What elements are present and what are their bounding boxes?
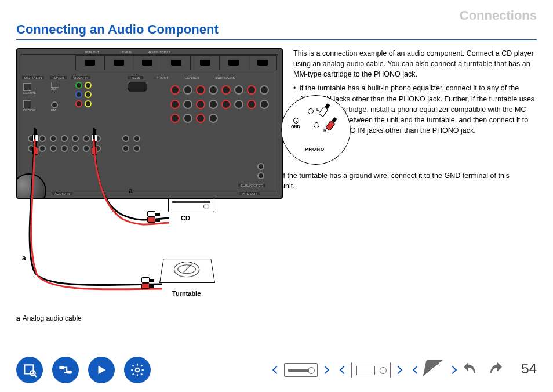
digital-in-label: DIGITAL IN (22, 76, 44, 79)
breadcrumb: Connections (460, 8, 537, 23)
audio-in-label: AUDIO IN (52, 192, 72, 195)
phono-detail-illustration: L R GND PHONO (281, 95, 351, 165)
device-tuner-icon[interactable] (351, 362, 391, 378)
turntable-label: Turntable (172, 290, 201, 297)
connections-icon[interactable] (52, 357, 79, 383)
optical-jack (23, 100, 31, 108)
video-in-label: VIDEO IN (71, 76, 90, 79)
ground-wire-note: If the turntable has a ground wire, conn… (281, 170, 525, 191)
svg-point-0 (30, 371, 35, 376)
svg-rect-2 (67, 371, 72, 373)
device-receiver-icon[interactable] (284, 363, 318, 377)
cable-legend: aAnalog audio cable (16, 314, 82, 322)
page-title: Connecting an Audio Component (16, 22, 537, 40)
redo-icon[interactable] (488, 361, 507, 379)
settings-icon[interactable] (124, 357, 151, 383)
next-device-icon[interactable] (394, 366, 402, 374)
intro-text: This is a connection example of an audio… (293, 48, 537, 79)
page-number: 54 (521, 361, 537, 377)
rs232-port (128, 82, 147, 92)
hdcp-label: 4K HD/HDCP 2.2 (143, 50, 176, 54)
undo-icon[interactable] (459, 361, 478, 379)
svg-rect-1 (59, 366, 64, 369)
hdmi-in-label: HDMI IN (109, 50, 143, 54)
prev-device-icon[interactable] (272, 366, 281, 374)
manual-icon[interactable] (16, 357, 43, 383)
prev-device-icon[interactable] (413, 366, 421, 374)
speaker-terminals (167, 82, 277, 128)
svg-point-3 (136, 368, 140, 372)
next-device-icon[interactable] (321, 366, 329, 374)
cd-label: CD (181, 215, 190, 222)
device-remote-icon[interactable] (422, 360, 447, 380)
hdmi-out-label: HDMI OUT (75, 50, 109, 54)
play-icon[interactable] (88, 357, 115, 383)
tuner-label: TUNER (50, 76, 67, 79)
prev-device-icon[interactable] (340, 366, 348, 374)
next-device-icon[interactable] (449, 366, 457, 374)
coaxial-jack (23, 83, 31, 91)
turntable-icon (159, 259, 215, 283)
cable-ref-a: a (22, 254, 26, 262)
receiver-rear-panel-illustration: HDMI OUT HDMI IN 4K HD/HDCP 2.2 DIGITAL … (16, 48, 283, 199)
cd-player-icon (168, 198, 214, 212)
cable-ref-a: a (129, 187, 133, 195)
